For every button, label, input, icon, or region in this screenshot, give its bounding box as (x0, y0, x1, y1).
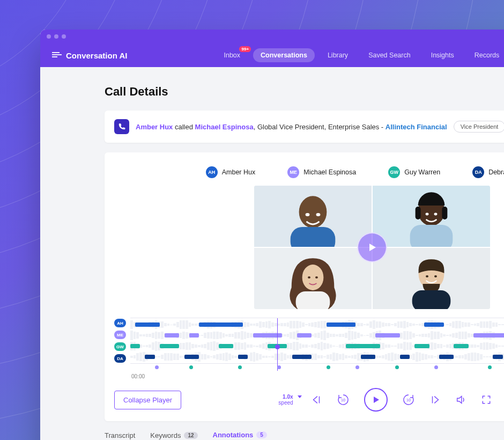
tab-transcript[interactable]: Transcript (105, 426, 135, 440)
brand-label: Conversation AI (66, 51, 127, 60)
nav-insights[interactable]: Insights (424, 48, 462, 62)
tag-pill[interactable]: Vice President (454, 121, 504, 133)
participant-avatar: GW (388, 166, 400, 178)
rewind-10-button[interactable]: 10 (336, 393, 350, 407)
svg-rect-14 (291, 227, 336, 247)
waveform-marker[interactable] (238, 365, 242, 369)
brand-icon (52, 52, 62, 58)
waveform-marker[interactable] (155, 365, 159, 369)
waveform-track[interactable] (130, 341, 504, 351)
skip-forward-button[interactable] (429, 394, 441, 406)
participant[interactable]: AHAmber Hux (206, 166, 256, 178)
collapse-player-button[interactable]: Collapse Player (114, 391, 181, 409)
participant-name: Amber Hux (222, 168, 256, 176)
svg-rect-19 (410, 225, 453, 247)
participant-name: Guy Warren (404, 168, 440, 176)
forward-10-button[interactable]: 10 (402, 393, 416, 407)
video-grid (254, 186, 490, 309)
participant-name: Debra Alexander (488, 168, 504, 176)
callee-name[interactable]: Michael Espinosa (195, 123, 254, 131)
waveform-track[interactable] (130, 351, 504, 362)
company-name[interactable]: Allintech Financial (386, 123, 447, 131)
waveform-marker[interactable] (395, 365, 399, 369)
nav-conversations[interactable]: Conversations (253, 48, 315, 62)
participant-avatar: ME (287, 166, 299, 178)
waveform-track-label: ME (114, 331, 126, 339)
volume-button[interactable] (455, 394, 467, 406)
app-window: Conversation AI Inbox99+ConversationsLib… (40, 30, 504, 440)
call-summary-card: Amber Hux called Michael Espinosa, Globa… (105, 111, 504, 143)
video-tile (254, 186, 372, 247)
top-nav: Conversation AI Inbox99+ConversationsLib… (40, 43, 504, 67)
playhead[interactable] (277, 318, 278, 371)
brand[interactable]: Conversation AI (52, 51, 127, 60)
page-title: Call Details (105, 85, 168, 99)
svg-rect-20 (416, 207, 421, 219)
video-tile (373, 248, 490, 309)
video-area (114, 186, 504, 312)
participant[interactable]: DADebra Alexander (472, 166, 504, 178)
waveform-marker[interactable] (434, 365, 438, 369)
player-card: AHAmber HuxMEMichael EspinosaGWGuy Warre… (105, 152, 504, 421)
window-chrome (40, 30, 504, 43)
nav-inbox[interactable]: Inbox99+ (216, 48, 248, 62)
call-summary-text: Amber Hux called Michael Espinosa, Globa… (136, 123, 447, 131)
waveform-track-label: AH (114, 319, 126, 327)
waveform-marker[interactable] (327, 365, 330, 369)
window-dot (54, 34, 58, 39)
tab-count: 5 (256, 431, 267, 438)
svg-point-32 (426, 275, 428, 277)
window-dot (47, 34, 51, 39)
svg-rect-31 (412, 290, 451, 309)
svg-rect-21 (442, 207, 447, 219)
waveform-marker[interactable] (488, 365, 492, 369)
page-body: Call Details Create N Amber Hux called M… (40, 67, 504, 440)
fullscreen-button[interactable] (481, 394, 492, 405)
video-tile (373, 186, 490, 247)
skip-back-button[interactable] (310, 394, 322, 406)
svg-text:10: 10 (341, 398, 345, 402)
window-dot (62, 34, 66, 39)
play-overlay-button[interactable] (357, 232, 387, 262)
svg-point-23 (434, 213, 437, 216)
tab-annotations[interactable]: Annotations5 (213, 426, 267, 440)
tab-count: 12 (184, 432, 197, 439)
video-tile (254, 248, 372, 309)
nav-records[interactable]: Records (467, 48, 504, 62)
play-button[interactable] (364, 388, 388, 412)
svg-point-33 (434, 275, 437, 277)
svg-point-15 (306, 213, 310, 216)
svg-point-16 (316, 213, 320, 216)
waveform-marker[interactable] (189, 365, 193, 369)
svg-rect-26 (296, 291, 330, 309)
waveform-track-label: DA (114, 354, 126, 363)
waveform-track[interactable] (130, 319, 504, 330)
caller-name[interactable]: Amber Hux (136, 123, 173, 131)
svg-text:10: 10 (406, 398, 411, 402)
svg-point-28 (315, 276, 318, 278)
participant-avatar: DA (472, 166, 484, 178)
nav-badge: 99+ (239, 46, 251, 52)
svg-point-25 (302, 265, 324, 290)
svg-point-13 (299, 196, 327, 228)
nav-library[interactable]: Library (320, 48, 355, 62)
participant[interactable]: GWGuy Warren (388, 166, 440, 178)
waveform[interactable]: AHMEGWDA 00:00 (114, 312, 504, 382)
time-start: 00:00 (131, 373, 504, 379)
detail-tabs: TranscriptKeywords12Annotations5 (105, 426, 504, 440)
speed-selector[interactable]: 1.0x speed (278, 394, 296, 406)
svg-point-22 (426, 213, 429, 216)
nav-saved-search[interactable]: Saved Search (361, 48, 418, 62)
waveform-marker[interactable] (355, 365, 359, 369)
participant[interactable]: MEMichael Espinosa (287, 166, 356, 178)
call-icon (114, 119, 129, 134)
player-controls: Collapse Player 1.0x speed 10 (114, 382, 504, 421)
participant-avatar: AH (206, 166, 218, 178)
svg-point-27 (308, 276, 310, 278)
waveform-marker[interactable] (277, 365, 281, 369)
waveform-track-label: GW (114, 342, 126, 351)
waveform-track[interactable] (130, 330, 504, 341)
participant-name: Michael Espinosa (303, 168, 356, 176)
tab-keywords[interactable]: Keywords12 (150, 426, 197, 440)
